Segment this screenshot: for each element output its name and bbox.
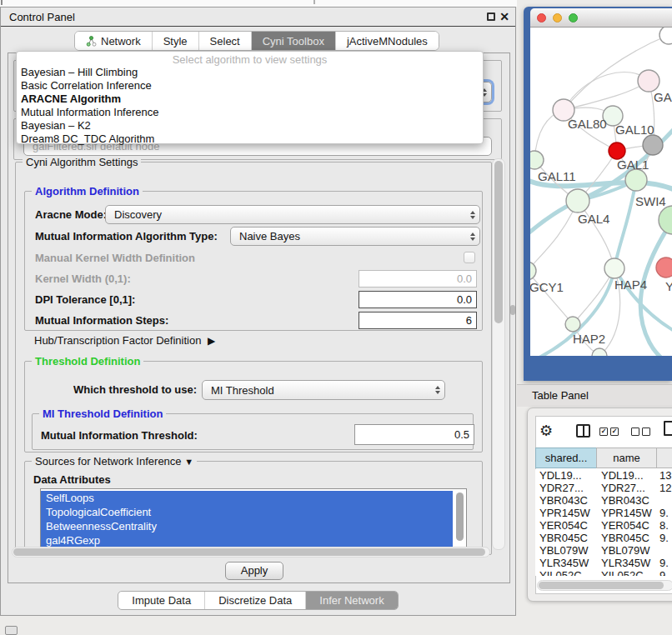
cell: 9 xyxy=(657,569,672,576)
popup-item-selected[interactable]: ARACNE Algorithm xyxy=(17,92,483,106)
kernel-width-label: Kernel Width (0,1): xyxy=(35,272,131,285)
mi-algorithm-type-combobox[interactable]: Naive Bayes xyxy=(230,227,480,246)
popup-item[interactable]: Basic Correlation Inference xyxy=(17,79,483,92)
mi-steps-field[interactable]: 6 xyxy=(359,312,477,329)
settings-vertical-scrollbar-thumb[interactable] xyxy=(494,161,503,323)
dpi-tolerance-field[interactable]: 0.0 xyxy=(359,291,477,308)
node-gal4[interactable] xyxy=(566,189,589,212)
node-swi4[interactable] xyxy=(625,169,647,191)
node-label: GAL11 xyxy=(538,169,576,183)
mi-algorithm-type-label: Mutual Information Algorithm Type: xyxy=(35,230,218,242)
node-hap2[interactable] xyxy=(565,317,580,332)
apply-button[interactable]: Apply xyxy=(225,562,283,580)
cell: YBL079W xyxy=(597,544,657,557)
dock-partial-icon[interactable] xyxy=(5,626,18,635)
close-icon[interactable]: ✕ xyxy=(499,10,509,23)
minimize-traffic-light[interactable] xyxy=(553,13,562,22)
list-item[interactable]: TopologicalCoefficient xyxy=(41,505,453,519)
select-all-checkboxes-icon[interactable]: ✓ ✓ xyxy=(599,428,619,436)
tab-select[interactable]: Select xyxy=(198,32,251,50)
table-horizontal-scrollbar-thumb[interactable] xyxy=(539,582,664,589)
which-threshold-label: Which threshold to use: xyxy=(73,383,197,396)
list-item[interactable]: BetweennessCentrality xyxy=(41,519,453,533)
cell xyxy=(657,494,672,507)
node-big-green[interactable] xyxy=(659,206,672,234)
table-row[interactable]: YER054CYER054C8. xyxy=(535,519,672,532)
node-gal1-red[interactable] xyxy=(609,142,625,159)
list-item[interactable]: SelfLoops xyxy=(41,491,453,505)
table-row[interactable]: YDR27...YDR27...12 xyxy=(535,482,672,494)
cell: YBR043C xyxy=(597,494,657,507)
node-partial-top[interactable] xyxy=(659,28,672,44)
node-gal-pink[interactable] xyxy=(638,70,659,92)
which-threshold-combobox[interactable]: MI Threshold xyxy=(202,380,445,400)
node-label: HAP4 xyxy=(614,278,647,292)
table-row[interactable]: YBR045CYBR045C9. xyxy=(535,532,672,544)
mi-algorithm-type-value: Naive Bayes xyxy=(231,230,466,242)
aracne-mode-combobox[interactable]: Discovery xyxy=(105,205,480,224)
float-window-icon[interactable] xyxy=(487,12,495,21)
column-header-cut[interactable] xyxy=(656,448,672,468)
node-label: GCY1 xyxy=(530,280,564,294)
table-row[interactable]: YLR345WYLR345W9. xyxy=(535,557,672,569)
group-title: Cyni Algorithm Settings xyxy=(23,156,141,168)
manual-kernel-width-checkbox[interactable] xyxy=(464,252,475,263)
table-rows: YDL19...YDL19...13 YDR27...YDR27...12 YB… xyxy=(535,469,672,576)
algorithm-definition-group: Algorithm Definition Aracne Mode: Discov… xyxy=(24,191,483,331)
tab-style[interactable]: Style xyxy=(152,32,198,50)
node-label: GAL1 xyxy=(617,158,649,172)
table-row[interactable]: YBL079WYBL079W xyxy=(535,544,672,557)
node-label: GAL10 xyxy=(615,122,654,137)
close-traffic-light[interactable] xyxy=(537,13,546,22)
cell: YPR145W xyxy=(597,507,657,519)
network-canvas[interactable]: GAL GAL80 GAL10 GAL1 GAL11 SWI4 GAL4 GCY… xyxy=(530,28,672,356)
cell: YDL19... xyxy=(597,469,657,482)
popup-item[interactable]: Bayesian – K2 xyxy=(17,119,483,132)
cell: YDL19... xyxy=(535,469,597,482)
tab-jactivemnodules[interactable]: jActiveMNodules xyxy=(335,32,439,50)
stepper-arrows-icon xyxy=(466,232,479,241)
node-partial-bottom[interactable] xyxy=(592,348,607,356)
zoom-traffic-light[interactable] xyxy=(569,13,578,22)
tab-cyni-toolbox[interactable]: Cyni Toolbox xyxy=(251,32,335,50)
mi-threshold-field[interactable]: 0.5 xyxy=(354,424,474,445)
popup-item[interactable]: Dream8 DC_TDC Algorithm xyxy=(17,132,483,146)
deselect-all-checkboxes-icon[interactable] xyxy=(631,428,650,436)
node-gcy1[interactable] xyxy=(530,262,536,280)
table-row[interactable]: YDL19...YDL19...13 xyxy=(535,469,672,482)
tab-infer-network[interactable]: Infer Network xyxy=(305,592,397,609)
stepper-arrows-icon xyxy=(431,386,444,394)
list-item[interactable]: gal4RGexp xyxy=(41,533,453,548)
node-hap4[interactable] xyxy=(604,258,624,278)
group-title: Threshold Definition xyxy=(32,355,143,368)
tab-network[interactable]: Network xyxy=(75,32,152,50)
group-title: Algorithm Definition xyxy=(32,185,143,198)
node-gray[interactable] xyxy=(643,135,663,155)
popup-item[interactable]: Mutual Information Inference xyxy=(17,106,483,119)
table-row[interactable]: YPR145WYPR145W9. xyxy=(535,507,672,519)
expand-arrow-icon: ▶ xyxy=(208,335,215,347)
file-icon[interactable] xyxy=(664,421,672,436)
hub-tf-definition-toggle[interactable]: Hub/Transcription Factor Definition ▶ xyxy=(34,334,215,347)
table-row[interactable]: YBR043CYBR043C xyxy=(535,494,672,507)
data-attributes-list[interactable]: SelfLoops TopologicalCoefficient Between… xyxy=(40,488,467,550)
popup-item[interactable]: Bayesian – Hill Climbing xyxy=(17,66,483,79)
table-row[interactable]: YIL052CYIL052C9 xyxy=(535,569,672,576)
node-gal11[interactable] xyxy=(530,151,544,169)
cell: YBR043C xyxy=(535,494,597,507)
mi-threshold-definition-group: MI Threshold Definition Mutual Informati… xyxy=(32,413,474,450)
panel-splitter-handle[interactable] xyxy=(510,305,515,315)
list-scrollbar-thumb[interactable] xyxy=(456,492,464,541)
settings-horizontal-scrollbar-thumb[interactable] xyxy=(13,548,485,556)
tab-impute-data[interactable]: Impute Data xyxy=(118,592,204,609)
column-header-shared-name[interactable]: shared... xyxy=(535,448,597,468)
manual-kernel-width-label: Manual Kernel Width Definition xyxy=(35,252,195,264)
column-header-name[interactable]: name xyxy=(596,448,657,468)
gear-icon[interactable]: ⚙ xyxy=(539,422,553,440)
tab-discretize-data[interactable]: Discretize Data xyxy=(204,592,305,609)
sources-group-title[interactable]: Sources for Network Inference ▼ xyxy=(32,455,197,468)
split-pane-icon[interactable] xyxy=(576,424,590,438)
threshold-definition-group: Threshold Definition Which threshold to … xyxy=(24,361,483,452)
kernel-width-field[interactable]: 0.0 xyxy=(359,270,477,288)
node-salmon[interactable] xyxy=(656,258,672,278)
